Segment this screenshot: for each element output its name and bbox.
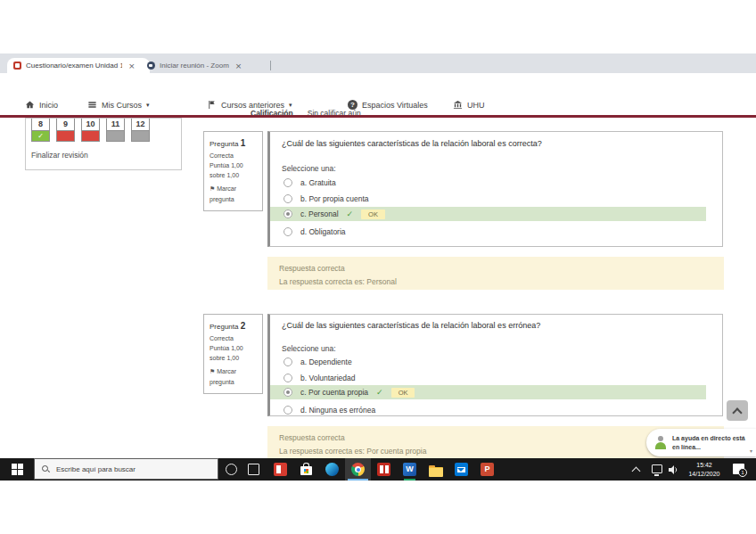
- cortana-icon[interactable]: [226, 464, 237, 475]
- tab-title: Cuestionario/examen Unidad 1...: [26, 62, 122, 70]
- browser-toolbar: ← → ⟳ aulasvirtuales.uhu.es/mod/quiz/rev…: [0, 73, 756, 95]
- windows-taskbar: Escribe aquí para buscar W P 15:42 14/12…: [0, 458, 756, 481]
- chevron-down-icon: ▾: [750, 448, 752, 454]
- support-person-icon: [654, 436, 667, 449]
- radio-button[interactable]: [284, 406, 292, 415]
- word-icon: W: [403, 463, 416, 476]
- nav-item-mis-cursos[interactable]: Mis Cursos ▾: [87, 100, 150, 110]
- windows-logo-icon: [12, 464, 23, 475]
- taskbar-app-explorer[interactable]: [423, 458, 448, 481]
- question-nav-9[interactable]: 9: [56, 118, 75, 142]
- question-2-info: Pregunta 2 Correcta Puntúa 1,00 sobre 1,…: [203, 314, 263, 394]
- search-icon: [42, 465, 50, 473]
- option-b[interactable]: b. Por propia cuenta: [270, 192, 697, 206]
- taskbar-clock[interactable]: 15:42 14/12/2020: [681, 461, 727, 479]
- question-1-feedback: Respuesta correcta La respuesta correcta…: [267, 257, 724, 290]
- hidden-icons-chevron[interactable]: [632, 467, 641, 476]
- radio-button-selected[interactable]: [284, 388, 292, 397]
- taskbar-apps: W P: [267, 458, 500, 481]
- status-incorrect: [81, 130, 100, 142]
- speaker-icon[interactable]: [668, 464, 678, 475]
- chat-text-line1: La ayuda en directo está: [672, 435, 745, 441]
- task-view-icon[interactable]: [248, 464, 259, 475]
- moodle-favicon: [13, 62, 21, 70]
- question-state: Correcta: [210, 151, 257, 160]
- check-icon: ✓: [32, 131, 49, 141]
- radio-button-selected[interactable]: [284, 209, 292, 218]
- taskbar-search-input[interactable]: Escribe aquí para buscar: [34, 458, 218, 480]
- theme-accent-rule: [0, 115, 756, 118]
- browser-tab-quiz[interactable]: Cuestionario/examen Unidad 1... ×: [7, 58, 150, 73]
- radio-button[interactable]: [284, 374, 292, 382]
- radio-button[interactable]: [284, 194, 292, 203]
- option-d[interactable]: d. Obligatoria: [270, 225, 697, 239]
- time-text: 15:42: [681, 461, 727, 470]
- feedback-title: Respuesta correcta: [279, 262, 712, 275]
- answer-prompt: Seleccione una:: [282, 164, 336, 173]
- live-help-chat-widget[interactable]: La ayuda en directo está en línea... ▾: [646, 429, 756, 456]
- question-nav-10[interactable]: 10: [81, 118, 100, 142]
- start-button[interactable]: [0, 458, 34, 481]
- flag-question-link[interactable]: ⚑ Marcar pregunta: [210, 184, 257, 204]
- microsoft-store-icon: [300, 463, 313, 476]
- question-points: Puntúa 1,00 sobre 1,00: [210, 343, 257, 363]
- question-nav-12[interactable]: 12: [131, 118, 150, 142]
- home-icon: [25, 100, 35, 110]
- nav-item-uhu[interactable]: UHU: [453, 100, 485, 110]
- taskbar-app-store[interactable]: [293, 458, 319, 481]
- option-d[interactable]: d. Ninguna es errónea: [270, 403, 697, 417]
- radio-button[interactable]: [284, 357, 292, 366]
- chevron-up-icon: [732, 407, 742, 417]
- scroll-to-top-button[interactable]: [727, 400, 748, 421]
- nav-item-inicio[interactable]: Inicio: [25, 100, 58, 110]
- radio-button[interactable]: [284, 178, 292, 187]
- taskbar-app-powerpoint[interactable]: P: [474, 458, 500, 481]
- question-points: Puntúa 1,00 sobre 1,00: [210, 160, 257, 180]
- flag-icon: [207, 100, 217, 110]
- status-neutral: [131, 130, 150, 142]
- status-incorrect: [56, 130, 75, 142]
- ok-badge: OK: [391, 388, 415, 398]
- taskbar-app-red[interactable]: [267, 458, 293, 481]
- network-icon[interactable]: [652, 464, 662, 473]
- site-navbar: Inicio Mis Cursos ▾ Cursos anteriores ▾ …: [0, 94, 756, 115]
- browser-tab-zoom[interactable]: Iniciar reunión - Zoom ×: [141, 58, 279, 73]
- tab-separator: [270, 61, 271, 70]
- option-b[interactable]: b. Voluntariedad: [270, 371, 697, 385]
- finish-review-link[interactable]: Finalizar revisión: [31, 151, 88, 160]
- status-correct: ✓: [31, 130, 50, 142]
- flag-icon: ⚑: [210, 368, 215, 375]
- taskbar-app-word[interactable]: W: [397, 458, 423, 481]
- question-text: ¿Cuál de las siguientes características …: [282, 139, 713, 148]
- question-nav-11[interactable]: 11: [106, 118, 125, 142]
- quiz-navigation-panel: 8 ✓ 9 10 11 12 Finalizar revisión: [25, 118, 182, 170]
- browser-tabstrip: Cuestionario/examen Unidad 1... × Inicia…: [0, 53, 756, 73]
- chat-text-line2: en línea...: [672, 444, 701, 450]
- option-c-correct[interactable]: c. Personal ✓ OK: [270, 207, 706, 221]
- taskbar-app-mail[interactable]: [448, 458, 474, 481]
- tab-close-icon[interactable]: ×: [128, 62, 136, 70]
- tab-title: Iniciar reunión - Zoom: [160, 62, 229, 70]
- question-state: Correcta: [210, 333, 257, 343]
- search-placeholder: Escribe aquí para buscar: [56, 465, 136, 473]
- flag-question-link[interactable]: ⚑ Marcar pregunta: [210, 366, 257, 387]
- zoom-favicon: [147, 62, 155, 70]
- screenshot-canvas: { "theme": { "maroon_accent": "#832433",…: [0, 0, 756, 534]
- bank-icon: [453, 100, 463, 110]
- taskbar-app-edge[interactable]: [319, 458, 345, 481]
- check-icon: ✓: [347, 209, 354, 218]
- taskbar-app-chrome-active[interactable]: [345, 458, 371, 481]
- radio-button[interactable]: [284, 227, 292, 236]
- edge-icon: [325, 463, 339, 476]
- tab-close-icon[interactable]: ×: [235, 62, 242, 70]
- question-nav-8[interactable]: 8 ✓: [31, 118, 50, 142]
- chrome-icon: [351, 463, 365, 476]
- option-c-correct[interactable]: c. Por cuenta propia ✓ OK: [270, 385, 706, 399]
- option-a[interactable]: a. Gratuita: [270, 176, 697, 190]
- taskbar-app-reader[interactable]: [371, 458, 397, 481]
- option-a[interactable]: a. Dependiente: [270, 355, 697, 369]
- chevron-down-icon: ▾: [289, 102, 292, 109]
- powerpoint-icon: P: [481, 463, 494, 476]
- feedback-body: La respuesta correcta es: Personal: [279, 275, 712, 289]
- action-center-icon[interactable]: 1: [733, 464, 744, 474]
